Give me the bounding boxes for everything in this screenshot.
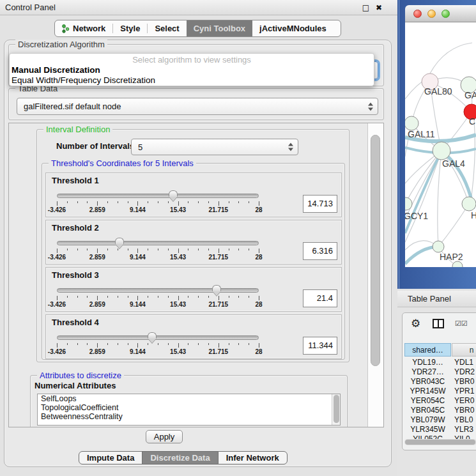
table-row[interactable]: YDL19…YDL1	[403, 358, 476, 367]
tick-mark	[208, 343, 209, 345]
attributes-scrollbar-thumb[interactable]	[334, 395, 339, 423]
attributes-section: Attributes to discretize Numerical Attri…	[30, 375, 348, 427]
tab-jactivemnodules[interactable]: jActiveMNodules	[252, 20, 334, 36]
tick-mark	[128, 296, 128, 298]
network-edge[interactable]	[438, 151, 441, 247]
tick-mark	[57, 201, 58, 206]
tick-mark	[67, 343, 68, 345]
network-node-gal4[interactable]	[433, 142, 450, 160]
cell-name: YDR2	[454, 367, 476, 377]
slider-tick-labels: -3.4262.8599.14415.4321.71528	[57, 348, 259, 356]
table-hscrollbar-thumb[interactable]	[405, 440, 475, 445]
cell-shared-name: YDR27…	[404, 367, 451, 377]
tick-label: 9.144	[130, 206, 146, 213]
table-row[interactable]: YBR045CYBR0	[403, 406, 476, 415]
bottom-tab-infer-network[interactable]: Infer Network	[218, 451, 288, 464]
network-edge[interactable]	[472, 119, 475, 196]
dropdown-option-equal-width-frequency[interactable]: Equal Width/Frequency Discretization	[12, 75, 155, 85]
bottom-tab-discretize-data[interactable]: Discretize Data	[142, 451, 218, 464]
column-header-shared[interactable]: shared…	[404, 343, 451, 357]
attribute-list-item[interactable]: TopologicalCoefficient	[38, 403, 340, 412]
top-tab-bar: NetworkStyleSelectCyni ToolboxjActiveMNo…	[54, 20, 341, 37]
threshold-slider-thumb[interactable]	[169, 190, 178, 197]
network-node-h[interactable]	[462, 197, 476, 211]
tab-style[interactable]: Style	[113, 20, 147, 36]
network-node-gcy1[interactable]	[405, 197, 412, 210]
threshold-slider-track[interactable]	[57, 241, 259, 245]
attributes-scrollbar[interactable]	[332, 394, 340, 425]
threshold-slider-thumb[interactable]	[148, 332, 157, 339]
gear-icon[interactable]: ⚙	[411, 317, 420, 330]
checkbox-pair-icon[interactable]: ☑☑	[455, 319, 468, 328]
tick-mark	[67, 296, 68, 298]
network-node-hap2[interactable]	[433, 241, 444, 252]
table-row[interactable]: YPR145WYPR1	[403, 387, 476, 396]
table-row[interactable]: YDR27…YDR2	[403, 367, 476, 377]
tab-network[interactable]: Network	[55, 20, 112, 36]
tab-select[interactable]: Select	[148, 20, 186, 36]
close-icon[interactable]: ✖	[376, 0, 382, 15]
tick-label: 21.715	[209, 348, 229, 355]
split-pane-icon[interactable]	[433, 319, 444, 328]
table-row[interactable]: YBR043CYBR0	[403, 377, 476, 387]
network-edge[interactable]	[438, 204, 469, 247]
tick-label: 15.43	[170, 301, 186, 308]
interval-definition-section: Interval Definition Number of Intervals …	[36, 129, 349, 362]
table-row[interactable]: YLR345WYLR3	[403, 425, 476, 434]
bottom-tab-impute-data[interactable]: Impute Data	[79, 451, 142, 464]
threshold-value-field[interactable]: 11.344	[303, 337, 337, 355]
threshold-slider-track[interactable]	[57, 335, 259, 340]
table-data-value: galFiltered.sif default node	[24, 102, 121, 111]
settings-scrollbar-thumb[interactable]	[371, 135, 380, 366]
threshold-value-field[interactable]: 14.713	[303, 195, 337, 213]
attribute-list-item[interactable]: BetweennessCentrality	[38, 412, 340, 421]
network-node-gal11[interactable]	[405, 116, 418, 130]
numerical-attributes-list: SelfLoopsTopologicalCoefficientBetweenne…	[37, 394, 341, 426]
tick-mark	[107, 201, 108, 203]
tick-mark	[238, 296, 239, 298]
table-row[interactable]: YBL079WYBL0	[403, 415, 476, 425]
apply-button[interactable]: Apply	[146, 430, 183, 443]
table-row[interactable]: YER054CYER0	[403, 396, 476, 406]
network-edge[interactable]	[430, 43, 472, 73]
tick-mark	[229, 343, 229, 345]
threshold-value-field[interactable]: 6.316	[303, 242, 337, 260]
dropdown-option-manual-discretization[interactable]: Manual Discretization	[12, 65, 100, 75]
tick-mark	[178, 201, 179, 206]
network-graph[interactable]: GAL80GACGAL11GAL4GCY1HHAP2	[405, 22, 476, 267]
tick-mark	[87, 296, 88, 298]
table-horizontal-scrollbar[interactable]	[404, 439, 476, 445]
tick-label: 9.144	[130, 254, 146, 261]
float-icon[interactable]: □	[362, 0, 369, 15]
node-label: GA	[464, 90, 476, 100]
attribute-list-item[interactable]: SelfLoops	[38, 394, 340, 403]
threshold-slider-track[interactable]	[57, 194, 259, 198]
tick-mark	[238, 201, 239, 203]
network-node[interactable]	[452, 261, 463, 267]
cyni-toolbox-panel: Discretization Algorithm Table Data galF…	[4, 40, 392, 467]
close-traffic-light[interactable]	[413, 10, 422, 18]
settings-scrollbar[interactable]	[367, 123, 383, 427]
threshold-label: Threshold 2	[52, 223, 99, 233]
threshold-slider-track[interactable]	[57, 288, 259, 293]
minimize-traffic-light[interactable]	[427, 10, 436, 18]
threshold-slider-thumb[interactable]	[115, 238, 124, 244]
tick-mark	[229, 249, 229, 250]
tick-mark	[57, 343, 58, 348]
tick-label: 28	[255, 206, 262, 213]
zoom-traffic-light[interactable]	[441, 10, 450, 18]
cell-shared-name: YER054C	[404, 396, 451, 406]
column-header-name[interactable]: n	[452, 343, 476, 357]
threshold-slider-thumb[interactable]	[212, 285, 221, 291]
tick-mark	[97, 249, 98, 253]
tick-label: -3.426	[48, 301, 66, 308]
tick-mark	[259, 296, 259, 300]
number-of-intervals-combobox[interactable]: 5	[131, 139, 298, 155]
tick-mark	[259, 201, 259, 206]
table-data-combobox[interactable]: galFiltered.sif default node	[17, 98, 378, 115]
threshold-value-field[interactable]: 21.4	[303, 289, 337, 307]
cell-shared-name: YDL19…	[404, 358, 451, 367]
tab-cyni-toolbox[interactable]: Cyni Toolbox	[187, 20, 252, 36]
tick-mark	[229, 201, 229, 203]
network-canvas[interactable]: GAL80GACGAL11GAL4GCY1HHAP2	[405, 22, 476, 267]
